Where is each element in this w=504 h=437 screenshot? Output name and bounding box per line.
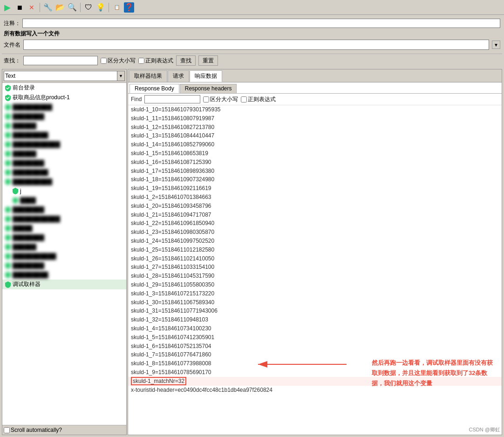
- find-regex[interactable]: 正则表达式: [241, 96, 276, 103]
- toolbar-btn-close[interactable]: ✕: [27, 2, 37, 13]
- tree-item-label: █████████: [13, 169, 48, 176]
- expand-btn[interactable]: ▼: [492, 41, 500, 49]
- comment-input[interactable]: [22, 19, 500, 28]
- response-line: skuld-1_21=1518461094717087: [128, 211, 502, 219]
- tree-item-label: ██████: [13, 244, 36, 250]
- toolbar-btn-folder[interactable]: 📂: [55, 2, 65, 13]
- response-line: skuld-1_11=15184610807919987: [128, 114, 502, 123]
- response-content[interactable]: skuld-1_10=1518461079301795935skuld-1_11…: [128, 105, 502, 435]
- file-input[interactable]: [23, 40, 489, 50]
- sub-tabs-row: Response Body Response headers: [128, 82, 502, 94]
- toolbar-btn-wrench[interactable]: 🔧: [43, 2, 53, 13]
- match-highlighted-line: skuld-1_matchNr=32: [131, 377, 186, 385]
- list-item[interactable]: ████████████: [2, 140, 126, 149]
- response-line: skuld-1_16=1518461087125390: [128, 158, 502, 167]
- tree-item-label: ███████████: [13, 253, 56, 259]
- shield-icon: [4, 206, 12, 213]
- tree-list: 前台登录 获取商品信息product-1 ██████████: [2, 83, 126, 425]
- list-item[interactable]: █████████: [2, 270, 126, 280]
- response-line: skuld-1_24=15184610997502520: [128, 237, 502, 246]
- toolbar-btn-bulb[interactable]: 💡: [95, 2, 106, 13]
- toolbar-btn-help[interactable]: ❓: [124, 2, 134, 13]
- toolbar-btn-run[interactable]: ▶: [2, 2, 13, 13]
- response-line: skuld-1_25=15184611012182580: [128, 246, 502, 254]
- toolbar-btn-stop[interactable]: ⏹: [14, 2, 25, 13]
- list-item[interactable]: ██████: [2, 149, 126, 158]
- list-item[interactable]: ████████████: [2, 214, 126, 224]
- main-container: 注释： 所有数据写入一个文件 文件名 ▼ 查找： 区分大小写 正则表达式 查找 …: [0, 15, 504, 437]
- tree-item-label: 获取商品信息product-1: [13, 94, 70, 102]
- view-type-dropdown[interactable]: Text: [4, 71, 117, 81]
- shield-icon: [4, 234, 12, 241]
- debug-sampler-item[interactable]: 调试取样器: [2, 280, 126, 289]
- list-item[interactable]: ████████: [2, 158, 126, 168]
- tree-item-label: █████████: [13, 132, 48, 138]
- toolbar-btn-shield[interactable]: 🛡: [83, 2, 94, 13]
- sub-tab-response-body[interactable]: Response Body: [129, 84, 179, 93]
- tab-response-data[interactable]: 响应数据: [190, 70, 222, 82]
- response-line: skuld-1_28=15184611045317590: [128, 272, 502, 280]
- main-tabs-row: 取样器结果 请求 响应数据: [128, 69, 502, 82]
- shield-icon: [4, 122, 12, 130]
- list-item[interactable]: j: [2, 186, 126, 196]
- list-item[interactable]: ██████████: [2, 102, 126, 112]
- list-item[interactable]: ████████: [2, 233, 126, 242]
- response-line: skuld-1_23=15184610980305870: [128, 228, 502, 237]
- response-line: skuld-1_19=1518461092116619: [128, 184, 502, 193]
- tab-sampler-results[interactable]: 取样器结果: [129, 70, 167, 82]
- list-item[interactable]: ████████: [2, 261, 126, 270]
- list-item[interactable]: ███████████: [2, 252, 126, 261]
- response-line: skuld-1_31=151846110771943006: [128, 307, 502, 315]
- list-item[interactable]: ██████: [2, 242, 126, 252]
- tree-item-label: ████████: [13, 234, 44, 241]
- find-row: Find 区分大小写 正则表达式: [128, 94, 502, 105]
- tree-item-label: ██████████: [13, 178, 52, 185]
- shield-icon: [12, 187, 19, 195]
- list-item[interactable]: █████████: [2, 168, 126, 177]
- toolbar-sep-2: [80, 3, 81, 12]
- list-item[interactable]: ██████████: [2, 177, 126, 186]
- shield-icon: [4, 253, 12, 260]
- regex-checkbox[interactable]: 正则表达式: [138, 57, 173, 65]
- shield-icon: [4, 113, 12, 120]
- reset-button[interactable]: 重置: [198, 55, 218, 66]
- find-case-sensitive[interactable]: 区分大小写: [203, 96, 238, 103]
- dropdown-arrow-icon: ▼: [117, 71, 125, 81]
- top-section: 注释： 所有数据写入一个文件 文件名 ▼: [2, 17, 502, 54]
- left-panel: Text ▼ 前台登录 获取商品信息product-1: [2, 69, 127, 435]
- toolbar-sep-3: [109, 3, 109, 12]
- tree-item-label: █████████: [13, 272, 48, 278]
- find-input[interactable]: [144, 95, 200, 103]
- list-item[interactable]: ████████: [2, 205, 126, 214]
- response-line: skuld-1_27=15184611033154100: [128, 263, 502, 272]
- tree-item-label: ████████: [13, 262, 44, 269]
- tree-item-label: ████████: [13, 206, 44, 213]
- section-title: 所有数据写入一个文件: [4, 30, 500, 38]
- response-line: skuld-1_matchNr=32: [128, 377, 502, 386]
- response-line: skuld-1_29=15184611055800350: [128, 280, 502, 289]
- tree-item-label: █████: [13, 225, 33, 232]
- find-button[interactable]: 查找: [176, 55, 196, 66]
- list-item[interactable]: ████████: [2, 112, 126, 121]
- toolbar-btn-search[interactable]: 🔍: [67, 2, 77, 13]
- right-panel-wrapper: 取样器结果 请求 响应数据 Response Body Response: [128, 69, 502, 435]
- list-item[interactable]: █████: [2, 224, 126, 233]
- tree-item-label: ██████: [13, 123, 36, 129]
- list-item[interactable]: 获取商品信息product-1: [2, 93, 126, 102]
- scroll-automatically-checkbox[interactable]: Scroll automatically?: [4, 427, 62, 433]
- list-item[interactable]: ██████: [2, 121, 126, 130]
- shield-icon: [4, 178, 12, 185]
- tab-request[interactable]: 请求: [168, 70, 189, 82]
- shield-icon: [4, 103, 12, 111]
- tree-item-label: ████████████: [13, 216, 60, 222]
- toolbar-btn-clipboard[interactable]: 📋: [112, 2, 122, 13]
- csdn-watermark: CSDN @卿虹: [469, 426, 500, 433]
- list-item[interactable]: 前台登录: [2, 83, 126, 93]
- right-panel: 取样器结果 请求 响应数据 Response Body Response: [128, 69, 502, 435]
- list-item[interactable]: █████████: [2, 130, 126, 140]
- tree-item-label: j: [20, 188, 21, 194]
- search-input[interactable]: [23, 56, 98, 65]
- case-sensitive-checkbox[interactable]: 区分大小写: [101, 57, 136, 65]
- list-item[interactable]: ████: [2, 196, 126, 205]
- sub-tab-response-headers[interactable]: Response headers: [180, 84, 237, 93]
